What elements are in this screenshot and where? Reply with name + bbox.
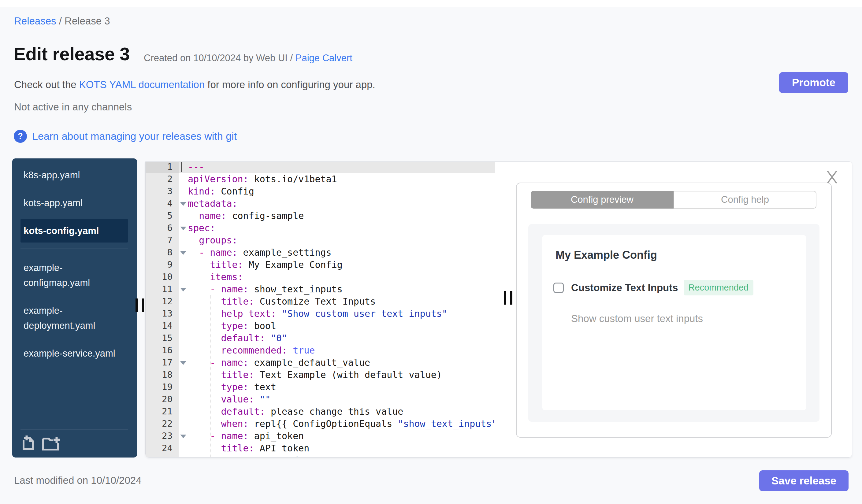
fold-arrow-icon[interactable] xyxy=(180,227,186,230)
git-help-row[interactable]: ? Learn about managing your releases wit… xyxy=(14,130,237,143)
doc-suffix: for more info on configuring your app. xyxy=(205,79,375,90)
line-number: 8 xyxy=(146,246,179,258)
sidebar-bottom-divider xyxy=(21,429,128,429)
fold-arrow-icon[interactable] xyxy=(180,361,186,365)
git-help-link[interactable]: Learn about managing your releases with … xyxy=(32,130,237,142)
breadcrumb-current: Release 3 xyxy=(65,15,110,27)
line-number: 14 xyxy=(146,320,179,332)
code-line-11: 11 - name: show_text_inputs xyxy=(146,283,495,295)
line-number: 4 xyxy=(146,197,179,210)
promote-button[interactable]: Promote xyxy=(779,72,848,93)
file-list: k8s-app.yamlkots-app.yamlkots-config.yam… xyxy=(12,158,137,365)
file-item-kots-config.yaml[interactable]: kots-config.yaml xyxy=(21,219,128,242)
fold-arrow-icon[interactable] xyxy=(180,202,186,206)
file-tree-sidebar: k8s-app.yamlkots-app.yamlkots-config.yam… xyxy=(12,158,137,457)
line-number: 6 xyxy=(146,222,179,234)
tab-config-preview[interactable]: Config preview xyxy=(531,191,674,209)
kots-yaml-doc-link[interactable]: KOTS YAML documentation xyxy=(79,79,205,90)
file-group-divider xyxy=(21,249,128,249)
line-number: 15 xyxy=(146,332,179,344)
line-number: 17 xyxy=(146,356,179,369)
code-line-18: 18 title: Text Example (with default val… xyxy=(146,369,495,381)
created-text: Created on 10/10/2024 by Web UI / xyxy=(144,53,296,63)
line-number: 3 xyxy=(146,185,179,197)
code-line-10: 10 items: xyxy=(146,271,495,283)
line-number: 7 xyxy=(146,234,179,246)
fold-arrow-icon[interactable] xyxy=(180,435,186,438)
created-line: Created on 10/10/2024 by Web UI / Paige … xyxy=(144,53,352,64)
file-item-k8s-app.yaml[interactable]: k8s-app.yaml xyxy=(21,163,128,187)
code-line-6: 6spec: xyxy=(146,222,495,234)
add-file-icon[interactable] xyxy=(21,434,35,451)
breadcrumb: Releases / Release 3 xyxy=(14,15,110,27)
sidebar-editor-resize-handle[interactable] xyxy=(135,299,144,312)
created-author-link[interactable]: Paige Calvert xyxy=(296,53,352,63)
save-release-button[interactable]: Save release xyxy=(759,470,849,491)
code-line-13: 13 help_text: "Show custom user text inp… xyxy=(146,307,495,320)
fold-arrow-icon[interactable] xyxy=(180,251,186,255)
line-number: 21 xyxy=(146,405,179,417)
channel-status: Not active in any channels xyxy=(14,101,132,113)
add-folder-icon[interactable] xyxy=(42,436,61,451)
customize-text-inputs-checkbox[interactable] xyxy=(553,282,564,293)
line-number: 11 xyxy=(146,283,179,295)
file-item-example-configmap.yaml[interactable]: example-configmap.yaml xyxy=(21,256,128,294)
code-line-17: 17 - name: example_default_value xyxy=(146,356,495,369)
code-line-21: 21 default: please change this value xyxy=(146,405,495,417)
line-number: 18 xyxy=(146,369,179,381)
editor-preview-resize-handle[interactable] xyxy=(504,291,512,305)
code-line-19: 19 type: text xyxy=(146,381,495,393)
edit-release-page: Releases / Release 3 Edit release 3 Crea… xyxy=(0,0,862,504)
workspace-panel: 1---2apiVersion: kots.io/v1beta13kind: C… xyxy=(145,161,852,457)
line-number: 5 xyxy=(146,210,179,222)
line-number: 19 xyxy=(146,381,179,393)
page-title: Edit release 3 xyxy=(13,43,130,65)
code-line-5: 5 name: config-sample xyxy=(146,210,495,222)
config-item-label: Customize Text Inputs xyxy=(571,282,678,294)
breadcrumb-releases-link[interactable]: Releases xyxy=(14,15,56,27)
recommended-badge: Recommended xyxy=(684,280,754,295)
file-item-kots-app.yaml[interactable]: kots-app.yaml xyxy=(21,191,128,215)
config-preview-card: Config previewConfig help My Example Con… xyxy=(516,183,832,438)
sidebar-bottom xyxy=(12,429,137,457)
file-item-example-deployment.yaml[interactable]: example-deployment.yaml xyxy=(21,299,128,337)
file-group-app: k8s-app.yamlkots-app.yamlkots-config.yam… xyxy=(12,163,137,242)
code-line-14: 14 type: bool xyxy=(146,320,495,332)
code-line-9: 9 title: My Example Config xyxy=(146,258,495,271)
yaml-code-editor[interactable]: 1---2apiVersion: kots.io/v1beta13kind: C… xyxy=(146,162,495,457)
line-number: 13 xyxy=(146,307,179,320)
code-line-25: 25 type: password xyxy=(146,454,495,457)
top-strip xyxy=(0,0,862,7)
breadcrumb-separator: / xyxy=(56,15,65,27)
code-line-7: 7 groups: xyxy=(146,234,495,246)
config-item-help-text: Show custom user text inputs xyxy=(571,313,703,324)
line-number: 1 xyxy=(146,162,179,173)
line-number: 16 xyxy=(146,344,179,356)
code-lines: 1---2apiVersion: kots.io/v1beta13kind: C… xyxy=(146,162,495,457)
line-number: 24 xyxy=(146,442,179,454)
code-line-22: 22 when: repl{{ ConfigOptionEquals "show… xyxy=(146,417,495,430)
line-number: 20 xyxy=(146,393,179,405)
last-modified-text: Last modified on 10/10/2024 xyxy=(14,475,141,486)
tab-config-help[interactable]: Config help xyxy=(674,191,817,209)
indent-guide xyxy=(210,295,211,457)
line-number: 2 xyxy=(146,173,179,185)
file-item-example-service.yaml[interactable]: example-service.yaml xyxy=(21,342,128,365)
config-preview-panel: Config previewConfig help My Example Con… xyxy=(496,162,852,457)
code-line-15: 15 default: "0" xyxy=(146,332,495,344)
line-number: 12 xyxy=(146,295,179,307)
code-line-20: 20 value: "" xyxy=(146,393,495,405)
code-line-12: 12 title: Customize Text Inputs xyxy=(146,295,495,307)
text-cursor xyxy=(181,162,182,172)
line-number: 10 xyxy=(146,271,179,283)
code-line-23: 23 - name: api_token xyxy=(146,430,495,442)
line-number: 9 xyxy=(146,258,179,271)
config-preview-surface: My Example Config Customize Text Inputs … xyxy=(528,224,820,422)
code-line-4: 4metadata: xyxy=(146,197,495,210)
code-line-2: 2apiVersion: kots.io/v1beta1 xyxy=(146,173,495,185)
config-tabs: Config previewConfig help xyxy=(531,191,817,209)
fold-arrow-icon[interactable] xyxy=(180,288,186,291)
question-mark-circle-icon: ? xyxy=(14,130,27,143)
config-item-row: Customize Text Inputs Recommended xyxy=(553,280,754,295)
doc-line: Check out the KOTS YAML documentation fo… xyxy=(14,79,375,91)
